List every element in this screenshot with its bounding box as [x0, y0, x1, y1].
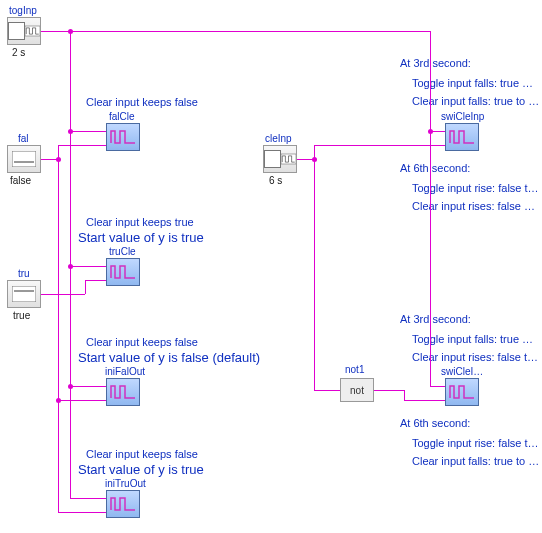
node [56, 157, 61, 162]
wire [404, 390, 405, 400]
wire [70, 131, 106, 132]
togInp-block [7, 17, 41, 45]
node [68, 384, 73, 389]
node [68, 264, 73, 269]
falCle-title: Clear input keeps false [86, 96, 198, 108]
wire [430, 31, 431, 131]
wire [85, 280, 106, 281]
swiCleI-label: swiCleI… [441, 366, 483, 377]
wire [70, 266, 106, 267]
wire [374, 390, 404, 391]
swiCleI-block [445, 378, 479, 406]
truCle-label: truCle [109, 246, 136, 257]
node [428, 129, 433, 134]
tru-label: tru [18, 268, 30, 279]
iniTruOut-title: Clear input keeps false [86, 448, 198, 460]
swiCleInp-label: swiCleInp [441, 111, 484, 122]
svg-rect-3 [12, 286, 36, 302]
iniTruOut-start: Start value of y is true [78, 462, 204, 477]
tru-block [7, 280, 41, 308]
wire [314, 145, 315, 390]
wire [41, 31, 70, 32]
wire [58, 145, 106, 146]
wire [430, 386, 445, 387]
tru-sub: true [13, 310, 30, 321]
node [68, 129, 73, 134]
cleInp-sub: 6 s [269, 175, 282, 186]
wire [41, 294, 85, 295]
wire [70, 31, 430, 32]
wire [85, 280, 86, 294]
svg-rect-1 [12, 151, 36, 167]
truCle-title: Clear input keeps true [86, 216, 194, 228]
wire [430, 131, 431, 386]
r2-l3: Toggle input rise: false t… [412, 437, 539, 449]
fal-label: fal [18, 133, 29, 144]
cleInp-label: cleInp [265, 133, 292, 144]
falCle-label: falCle [109, 111, 135, 122]
swiCleInp-block [445, 123, 479, 151]
wire [70, 498, 106, 499]
iniTruOut-label: iniTruOut [105, 478, 146, 489]
fal-block [7, 145, 41, 173]
cleInp-block [263, 145, 297, 173]
iniFalOut-block [106, 378, 140, 406]
togInp-label: togInp [9, 5, 37, 16]
r1-at3: At 3rd second: [400, 57, 471, 69]
truCle-block [106, 258, 140, 286]
iniFalOut-title: Clear input keeps false [86, 336, 198, 348]
r2-at3: At 3rd second: [400, 313, 471, 325]
wire [404, 400, 445, 401]
truCle-start: Start value of y is true [78, 230, 204, 245]
wire [58, 145, 59, 411]
wire [58, 400, 59, 512]
not1-text: not [350, 385, 364, 396]
falCle-block [106, 123, 140, 151]
wire [58, 512, 106, 513]
wire [58, 400, 106, 401]
r2-l4: Clear input falls: true to … [412, 455, 539, 467]
wire [314, 390, 340, 391]
r2-at6: At 6th second: [400, 417, 470, 429]
togInp-sub: 2 s [12, 47, 25, 58]
not1-label: not1 [345, 364, 364, 375]
iniTruOut-block [106, 490, 140, 518]
node [56, 398, 61, 403]
wire [314, 145, 445, 146]
wire [70, 386, 106, 387]
r1-l2: Clear input falls: true to … [412, 95, 539, 107]
iniFalOut-label: iniFalOut [105, 366, 145, 377]
node [312, 157, 317, 162]
r1-at6: At 6th second: [400, 162, 470, 174]
iniFalOut-start: Start value of y is false (default) [78, 350, 260, 365]
not1-block: not [340, 378, 374, 402]
fal-sub: false [10, 175, 31, 186]
